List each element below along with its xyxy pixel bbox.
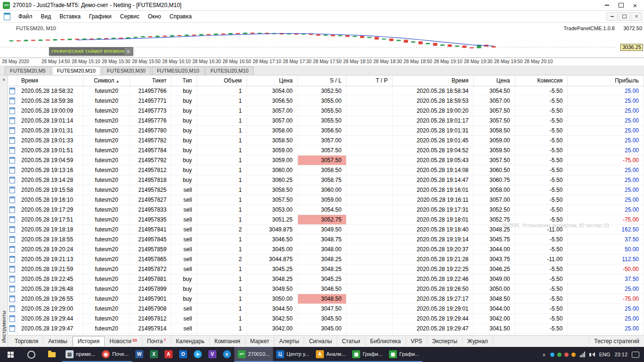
history-header-ticket[interactable]: Тикет: [130, 75, 172, 86]
history-header-tp[interactable]: T / P: [347, 75, 393, 86]
chart-tab-FUTESU20,M10[interactable]: FUTESU20,M10: [206, 66, 254, 75]
child-close-button[interactable]: ×: [631, 12, 642, 21]
language-indicator[interactable]: ENG: [599, 352, 611, 357]
table-row[interactable]: 2020.05.28 19:21:59futesm20214957872sell…: [8, 264, 644, 274]
history-header-price[interactable]: Цена: [247, 75, 298, 86]
chart-tab-FUTMESU20,M10[interactable]: FUTMESU20,M10: [152, 66, 205, 75]
history-header-profit[interactable]: Прибыль: [568, 75, 644, 86]
history-header-volume[interactable]: Объем: [197, 75, 247, 86]
taskbar-app-analysis[interactable]: ААнали...: [313, 347, 349, 362]
table-row[interactable]: 2020.05.28 19:17:29futesm20214957833sell…: [8, 205, 644, 215]
table-row[interactable]: 2020.05.28 19:21:13futesm20214957865sell…: [8, 255, 644, 264]
chart-tab-FUTESM20,M30[interactable]: FUTESM20,M30: [102, 66, 151, 75]
tray-app-icon[interactable]: [564, 353, 569, 357]
history-header-commission[interactable]: Комиссия: [515, 75, 568, 86]
menu-item-Вид[interactable]: Вид: [37, 12, 56, 21]
clock[interactable]: 23:12: [614, 352, 627, 357]
taskbar-app-telegram[interactable]: ➤: [190, 347, 205, 362]
bottom-tab-Библиотека[interactable]: Библиотека: [365, 337, 406, 346]
tray-app-icon[interactable]: [557, 353, 561, 357]
child-restore-button[interactable]: [619, 12, 630, 21]
table-row[interactable]: 2020.05.28 18:59:38futesm20214957771buy1…: [8, 96, 644, 106]
table-row[interactable]: 2020.05.28 19:14:28futesm20214957818buy1…: [8, 175, 644, 185]
table-row[interactable]: 2020.05.28 19:01:51futesm20214957784buy1…: [8, 146, 644, 156]
table-row[interactable]: 2020.05.28 18:58:32futesm20214957766buy1…: [8, 86, 644, 96]
table-row[interactable]: 2020.05.28 19:01:14futesm20214957776buy1…: [8, 116, 644, 126]
close-button[interactable]: ×: [628, 0, 642, 10]
tray-app-icon[interactable]: [571, 353, 576, 357]
bottom-tab-Почта[interactable]: Почта7: [142, 337, 171, 346]
network-icon[interactable]: [580, 352, 585, 357]
menu-item-Справка[interactable]: Справка: [165, 12, 196, 21]
bottom-tab-Статьи[interactable]: Статьи: [337, 337, 365, 346]
table-row[interactable]: 2020.05.28 19:00:09futesm20214957773buy1…: [8, 106, 644, 116]
table-row[interactable]: 2020.05.28 19:18:55futesm20214957845sell…: [8, 235, 644, 245]
history-header-symbol[interactable]: Символ▲: [83, 75, 131, 86]
restore-button[interactable]: [614, 0, 628, 10]
table-row[interactable]: 2020.05.28 19:18:18futesm20214957841sell…: [8, 225, 644, 235]
menu-item-Файл[interactable]: Файл: [14, 12, 37, 21]
table-row[interactable]: 2020.05.28 19:29:00futesm20214957908sell…: [8, 304, 644, 314]
taskbar-app-center[interactable]: ЦЦентр у...: [273, 347, 313, 362]
taskbar-app-browser[interactable]: ◍Поче...: [99, 347, 132, 362]
bottom-tab-Активы[interactable]: Активы: [43, 337, 73, 346]
history-header-sl[interactable]: S / L: [298, 75, 347, 86]
history-header-close_time[interactable]: Время: [393, 75, 474, 86]
notification-center-icon[interactable]: [632, 352, 639, 358]
bottom-tab-Алерты[interactable]: Алерты: [274, 337, 304, 346]
bottom-tab-Эксперты[interactable]: Эксперты: [427, 337, 462, 346]
minimize-button[interactable]: [600, 0, 614, 10]
table-row[interactable]: 2020.05.28 19:17:51futesm20214957835sell…: [8, 215, 644, 225]
history-header-close_price[interactable]: Цена: [474, 75, 515, 86]
bottom-tab-Сигналы[interactable]: Сигналы: [304, 337, 337, 346]
strategy-tester-label[interactable]: Тестер стратегий: [589, 338, 644, 345]
file-explorer-button[interactable]: [41, 347, 62, 362]
table-row[interactable]: 2020.05.28 19:29:44futesm20214957912sell…: [8, 314, 644, 324]
table-row[interactable]: 2020.05.28 19:29:47futesm20214957914sell…: [8, 324, 644, 334]
chart-timer-popup[interactable]: ГРАФИЧЕСКИЙ ТАЙМЕР ВРЕМЕНИ ×: [49, 47, 133, 56]
taskbar-app-chart-app[interactable]: ▦Графи...: [349, 347, 386, 362]
taskbar-app-outlook[interactable]: O: [176, 347, 190, 362]
history-header-type[interactable]: Тип: [172, 75, 197, 86]
table-row[interactable]: 2020.05.28 19:04:59futesm20214957792buy1…: [8, 156, 644, 165]
taskbar-app-notepad[interactable]: ▤приме...: [62, 347, 99, 362]
chart-tab-FUTESM20,M5[interactable]: FUTESM20,M5: [5, 66, 51, 75]
menu-item-Окно[interactable]: Окно: [144, 12, 165, 21]
table-row[interactable]: 2020.05.28 19:15:58futesm20214957825sell…: [8, 185, 644, 195]
taskbar-app-word[interactable]: W: [132, 347, 147, 362]
table-row[interactable]: 2020.05.28 19:01:31futesm20214957780buy1…: [8, 126, 644, 136]
bottom-tab-Календарь[interactable]: Календарь: [171, 337, 210, 346]
bottom-tab-Журнал[interactable]: Журнал: [462, 337, 493, 346]
search-button[interactable]: [21, 347, 41, 362]
bottom-tab-VPS[interactable]: VPS: [406, 337, 427, 346]
volume-icon[interactable]: [589, 352, 595, 357]
table-row[interactable]: 2020.05.28 19:22:45futesm20214957881buy1…: [8, 274, 644, 284]
bottom-tab-Маркет[interactable]: Маркет: [246, 337, 275, 346]
menu-item-Графики[interactable]: Графики: [85, 12, 116, 21]
timer-close-icon[interactable]: ×: [124, 48, 132, 55]
toolbox-close-icon[interactable]: ×: [2, 76, 5, 83]
table-row[interactable]: 2020.05.28 19:20:24futesm20214957859sell…: [8, 245, 644, 255]
start-button[interactable]: [0, 347, 21, 362]
taskbar-app-chart-app[interactable]: ▦Графи...: [386, 347, 422, 362]
history-header-time[interactable]: Время: [17, 75, 83, 86]
taskbar-app-mt5-terminal[interactable]: J2T270010...: [234, 347, 273, 362]
taskbar-app-acrobat[interactable]: A: [161, 347, 176, 362]
bottom-tab-Компания[interactable]: Компания: [210, 337, 246, 346]
bottom-tab-Новости[interactable]: Новости99: [105, 337, 142, 346]
taskbar-app-app-purple[interactable]: V: [205, 347, 220, 362]
hidden-icons-chevron[interactable]: ∧: [542, 352, 545, 357]
table-row[interactable]: 2020.05.28 19:01:33futesm20214957782buy1…: [8, 136, 644, 146]
taskbar-app-excel[interactable]: X: [147, 347, 161, 362]
table-row[interactable]: 2020.05.28 19:13:16futesm20214957812buy1…: [8, 165, 644, 175]
bottom-tab-Торговля[interactable]: Торговля: [10, 337, 43, 346]
tray-app-icon[interactable]: [550, 353, 554, 357]
taskbar-app-edge[interactable]: e: [220, 347, 234, 362]
table-row[interactable]: 2020.05.28 19:16:10futesm20214957827sell…: [8, 195, 644, 205]
chart-tab-FUTESM20,M10[interactable]: FUTESM20,M10: [52, 66, 101, 75]
table-row[interactable]: 2020.05.28 19:29:53futesm20214957917sell…: [8, 334, 644, 335]
child-minimize-button[interactable]: [606, 12, 618, 21]
menu-item-Сервис[interactable]: Сервис: [116, 12, 144, 21]
chart-area[interactable]: FUTESM20, M10 TradePanelCME.1.0.8 3072.5…: [0, 23, 644, 66]
table-row[interactable]: 2020.05.28 19:26:55futesm20214957901buy1…: [8, 294, 644, 304]
